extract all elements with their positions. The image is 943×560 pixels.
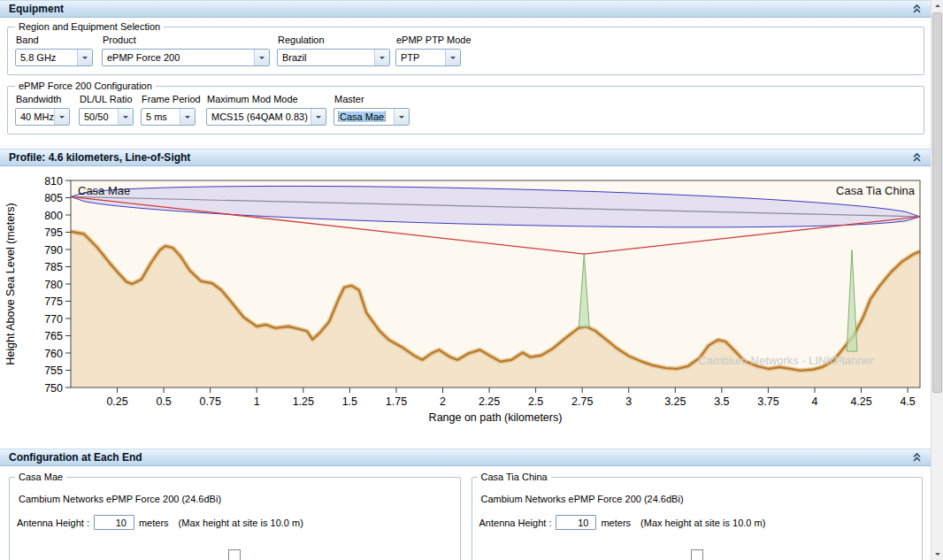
vertical-scrollbar[interactable] xyxy=(931,0,943,560)
site-group-casa-mae: Casa Mae Cambium Networks ePMP Force 200… xyxy=(9,477,461,560)
product-select[interactable]: ePMP Force 200 xyxy=(102,49,270,66)
path-profile-chart: 7507557607657707757807857907958008058100… xyxy=(0,166,932,447)
y-tick-label: 810 xyxy=(44,175,63,188)
antenna-height-units: meters xyxy=(139,518,169,528)
x-tick-label: 0.25 xyxy=(106,395,127,408)
band-select[interactable]: 5.8 GHz xyxy=(15,49,93,66)
master-select[interactable]: Casa Mae xyxy=(334,108,410,126)
x-tick-label: 2.5 xyxy=(528,395,543,408)
max-mod-mode-select-arrow[interactable] xyxy=(310,109,326,125)
x-tick-label: 3 xyxy=(625,395,632,408)
x-tick-label: 3.5 xyxy=(714,395,729,408)
site-name: Casa Tia China xyxy=(478,472,551,482)
scroll-down-button[interactable] xyxy=(932,548,943,560)
ptp-mode-label: ePMP PTP Mode xyxy=(396,35,460,45)
x-tick-label: 0.75 xyxy=(200,395,221,408)
x-axis-label: Range on path (kilometers) xyxy=(429,411,563,424)
collapse-profile-button[interactable] xyxy=(910,151,923,164)
x-tick-label: 2.25 xyxy=(479,395,500,408)
site-product: Cambium Networks ePMP Force 200 (24.6dBi… xyxy=(481,494,914,504)
dropdown-arrow-icon xyxy=(259,57,264,62)
regulation-select[interactable]: Brazil xyxy=(277,49,390,66)
equipment-panel: Equipment Region and Equipment Selection… xyxy=(0,0,932,144)
profile-panel-header: Profile: 4.6 kilometers, Line-of-Sight xyxy=(0,149,932,166)
equipment-panel-body: Region and Equipment Selection Band 5.8 … xyxy=(0,21,932,134)
y-tick-label: 805 xyxy=(44,192,63,204)
x-tick-label: 2.75 xyxy=(571,395,593,408)
collapse-each-end-button[interactable] xyxy=(910,451,923,464)
equipment-panel-header: Equipment xyxy=(0,0,932,18)
scroll-up-button[interactable] xyxy=(932,0,943,12)
profile-panel-body: 7507557607657707757807857907958008058100… xyxy=(0,166,932,449)
max-mod-mode-select[interactable]: MCS15 (64QAM 0.83) xyxy=(206,108,326,126)
bandwidth-select-arrow[interactable] xyxy=(54,109,69,125)
y-tick-label: 750 xyxy=(44,382,63,395)
dropdown-arrow-icon xyxy=(185,116,190,121)
band-label: Band xyxy=(16,35,92,45)
dropdown-arrow-icon xyxy=(380,57,385,62)
antenna-height-label: Antenna Height : xyxy=(479,518,552,528)
antenna-height-label: Antenna Height : xyxy=(17,518,89,528)
product-label: Product xyxy=(103,35,269,45)
frame-period-select[interactable]: 5 ms xyxy=(141,108,196,126)
product-select-value: ePMP Force 200 xyxy=(103,52,254,63)
ptp-mode-select-value: PTP xyxy=(396,52,445,63)
each-end-panel: Configuration at Each End Casa Mae Cambi… xyxy=(0,449,932,560)
checkbox[interactable] xyxy=(691,549,703,560)
collapse-equipment-button[interactable] xyxy=(910,3,923,15)
y-tick-label: 765 xyxy=(44,330,63,342)
regulation-select-value: Brazil xyxy=(278,52,374,63)
x-tick-label: 4 xyxy=(812,395,818,408)
antenna-height-input[interactable] xyxy=(94,515,134,530)
dropdown-arrow-icon xyxy=(399,116,404,121)
x-tick-label: 1.25 xyxy=(293,395,314,408)
bandwidth-select[interactable]: 40 MHz xyxy=(15,108,70,126)
y-tick-label: 775 xyxy=(44,295,63,308)
max-height-note: (Max height at site is 10.0 m) xyxy=(179,518,303,528)
site-label-right: Casa Tia China xyxy=(836,184,916,197)
y-tick-label: 770 xyxy=(44,313,63,326)
product-select-arrow[interactable] xyxy=(254,50,269,65)
dropdown-arrow-icon xyxy=(316,116,321,121)
checkbox[interactable] xyxy=(228,549,241,560)
band-select-arrow[interactable] xyxy=(77,50,92,65)
y-tick-label: 790 xyxy=(44,244,63,257)
dropdown-arrow-icon xyxy=(59,116,65,121)
y-tick-label: 760 xyxy=(44,348,63,360)
x-tick-label: 1.5 xyxy=(342,395,357,408)
chevron-double-up-icon xyxy=(912,452,922,463)
dropdown-arrow-icon xyxy=(123,116,128,121)
x-tick-label: 1.75 xyxy=(386,395,407,408)
master-select-arrow[interactable] xyxy=(394,109,409,125)
ptp-mode-select-arrow[interactable] xyxy=(445,50,460,65)
force200-config-group: ePMP Force 200 Configuration Bandwidth 4… xyxy=(7,81,924,134)
dlul-ratio-select[interactable]: 50/50 xyxy=(79,108,134,126)
site-label-left: Casa Mae xyxy=(78,184,130,197)
ptp-mode-select[interactable]: PTP xyxy=(395,49,461,66)
master-label: Master xyxy=(334,94,409,104)
regulation-select-arrow[interactable] xyxy=(374,50,389,65)
scroll-down-icon xyxy=(935,553,940,558)
site-group-casa-tia-china: Casa Tia China Cambium Networks ePMP For… xyxy=(472,477,924,560)
dlul-ratio-label: DL/UL Ratio xyxy=(80,94,133,104)
antenna-height-input[interactable] xyxy=(556,515,596,530)
frame-period-select-arrow[interactable] xyxy=(180,109,195,125)
force200-config-legend: ePMP Force 200 Configuration xyxy=(15,81,156,91)
x-tick-label: 0.5 xyxy=(156,395,171,408)
x-tick-label: 1 xyxy=(254,395,260,408)
dropdown-arrow-icon xyxy=(82,57,88,62)
frame-period-select-value: 5 ms xyxy=(142,111,180,122)
band-select-value: 5.8 GHz xyxy=(16,52,77,63)
scrollbar-thumb[interactable] xyxy=(932,12,942,393)
dlul-ratio-select-arrow[interactable] xyxy=(118,109,133,125)
equipment-panel-title: Equipment xyxy=(9,3,64,15)
y-tick-label: 785 xyxy=(44,261,63,273)
antenna-height-units: meters xyxy=(601,518,631,528)
each-end-panel-header: Configuration at Each End xyxy=(0,449,932,466)
each-end-panel-title: Configuration at Each End xyxy=(9,451,142,464)
region-equipment-legend: Region and Equipment Selection xyxy=(15,21,164,32)
regulation-label: Regulation xyxy=(278,35,389,45)
chevron-double-up-icon xyxy=(912,152,922,163)
y-axis-label: Height Above Sea Level (meters) xyxy=(4,203,17,364)
x-tick-label: 2 xyxy=(440,395,446,408)
